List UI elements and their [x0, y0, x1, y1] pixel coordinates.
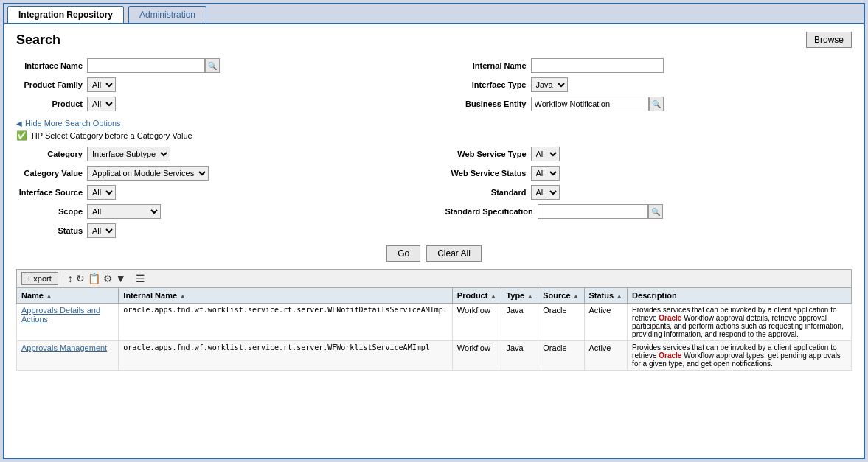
status-select[interactable]: All [87, 223, 116, 238]
interface-type-select[interactable]: Java [531, 77, 568, 92]
toolbar-columns-icon[interactable]: ☰ [136, 273, 145, 284]
business-entity-row: Business Entity 🔍 [445, 97, 853, 111]
row-name-link[interactable]: Approvals Details and Actions [21, 306, 100, 323]
category-select[interactable]: Interface Subtype [87, 147, 170, 161]
col-type[interactable]: Type ▲ [501, 288, 538, 304]
scope-row: Scope All [16, 204, 423, 219]
col-internal-name-label: Internal Name [123, 291, 177, 300]
col-description: Description [628, 288, 852, 304]
interface-name-row: Interface Name 🔍 [16, 58, 423, 73]
category-value-label: Category Value [16, 169, 83, 178]
go-button[interactable]: Go [386, 245, 420, 262]
tab-integration-repository[interactable]: Integration Repository [7, 6, 124, 23]
more-options-right: Web Service Type All Web Service Status … [445, 147, 853, 238]
row-name-link[interactable]: Approvals Management [21, 343, 107, 352]
standard-spec-input-wrapper: 🔍 [538, 204, 663, 219]
tip-icon: ✅ [16, 130, 27, 141]
export-button[interactable]: Export [21, 272, 58, 285]
row-status: Active [584, 341, 628, 371]
search-title: Search [16, 32, 60, 48]
more-options-left: Category Interface Subtype Category Valu… [16, 147, 423, 238]
scope-label: Scope [16, 207, 83, 216]
status-label: Status [16, 226, 83, 235]
web-service-type-select[interactable]: All [531, 147, 560, 161]
col-source-label: Source [543, 291, 570, 300]
clear-all-button[interactable]: Clear All [426, 245, 482, 262]
product-family-row: Product Family All [16, 77, 423, 92]
results-table: Name ▲ Internal Name ▲ Product ▲ Type ▲ [16, 287, 852, 371]
results-toolbar: Export ↕ ↻ 📋 ⚙ ▼ ☰ [16, 269, 852, 287]
browse-button[interactable]: Browse [806, 32, 852, 48]
row-product: Workflow [452, 304, 501, 341]
category-value-select[interactable]: Application Module Services [87, 166, 209, 181]
action-buttons: Go Clear All [16, 245, 852, 262]
standard-spec-input[interactable] [538, 204, 648, 219]
row-type: Java [501, 341, 538, 371]
col-source[interactable]: Source ▲ [538, 288, 584, 304]
form-right: Internal Name Interface Type Java Busine… [445, 58, 853, 111]
row-name-cell: Approvals Management [17, 341, 119, 371]
interface-source-label: Interface Source [16, 188, 83, 197]
row-description: Provides services that can be invoked by… [628, 341, 852, 371]
toolbar-copy-icon[interactable]: 📋 [88, 273, 100, 284]
business-entity-input[interactable] [531, 97, 649, 111]
product-label: Product [16, 99, 83, 108]
web-service-type-label: Web Service Type [445, 150, 527, 158]
category-row: Category Interface Subtype [16, 147, 423, 161]
tip-section: ✅ TIP Select Category before a Category … [16, 130, 852, 141]
interface-source-row: Interface Source All [16, 185, 423, 200]
form-left: Interface Name 🔍 Product Family All Prod… [16, 58, 423, 111]
interface-source-select[interactable]: All [87, 185, 116, 200]
toolbar-settings-dropdown-icon[interactable]: ▼ [116, 273, 126, 284]
web-service-type-row: Web Service Type All [445, 147, 853, 161]
col-source-sort-icon: ▲ [573, 293, 580, 300]
category-label: Category [16, 150, 83, 158]
col-name[interactable]: Name ▲ [17, 288, 119, 304]
internal-name-row: Internal Name [445, 58, 853, 73]
table-row: Approvals Managementoracle.apps.fnd.wf.w… [17, 341, 852, 371]
col-description-label: Description [632, 291, 677, 300]
business-entity-search-icon[interactable]: 🔍 [649, 97, 664, 111]
main-content: Search Browse Interface Name 🔍 Product F… [4, 24, 864, 458]
product-family-select[interactable]: All [87, 77, 116, 92]
table-row: Approvals Details and Actionsoracle.apps… [17, 304, 852, 341]
web-service-status-label: Web Service Status [445, 169, 527, 178]
business-entity-label: Business Entity [445, 99, 527, 108]
standard-spec-label: Standard Specification [445, 207, 533, 216]
col-internal-sort-icon: ▲ [179, 293, 186, 300]
row-internal-name: oracle.apps.fnd.wf.worklist.service.rt.s… [119, 304, 453, 341]
col-type-label: Type [506, 291, 524, 300]
web-service-status-select[interactable]: All [531, 166, 560, 181]
interface-name-input[interactable] [87, 58, 205, 73]
scope-select[interactable]: All [87, 204, 161, 219]
col-name-label: Name [21, 291, 44, 300]
search-header: Search Browse [16, 32, 852, 48]
col-product[interactable]: Product ▲ [452, 288, 501, 304]
internal-name-label: Internal Name [445, 61, 527, 70]
status-row: Status All [16, 223, 423, 238]
tip-text: TIP Select Category before a Category Va… [30, 131, 192, 140]
col-name-sort-icon: ▲ [46, 293, 52, 300]
tab-administration[interactable]: Administration [128, 6, 206, 23]
standard-spec-search-icon[interactable]: 🔍 [648, 204, 663, 219]
row-product: Workflow [452, 341, 501, 371]
col-product-sort-icon: ▲ [490, 293, 496, 300]
col-product-label: Product [457, 291, 488, 300]
col-internal-name[interactable]: Internal Name ▲ [119, 288, 453, 304]
col-type-sort-icon: ▲ [527, 293, 533, 300]
interface-name-search-icon[interactable]: 🔍 [205, 58, 220, 73]
hide-options-link[interactable]: Hide More Search Options [25, 119, 121, 127]
toolbar-refresh-icon[interactable]: ↻ [76, 273, 85, 284]
interface-type-label: Interface Type [445, 80, 527, 89]
business-entity-input-wrapper: 🔍 [531, 97, 664, 111]
standard-row: Standard All [445, 185, 853, 200]
more-options-form: Category Interface Subtype Category Valu… [16, 147, 852, 238]
row-source: Oracle [538, 304, 584, 341]
toolbar-expand-icon[interactable]: ↕ [68, 273, 73, 284]
internal-name-input[interactable] [531, 58, 664, 73]
product-select[interactable]: All [87, 97, 116, 111]
col-status[interactable]: Status ▲ [584, 288, 628, 304]
toolbar-settings-icon[interactable]: ⚙ [103, 273, 113, 284]
table-header-row: Name ▲ Internal Name ▲ Product ▲ Type ▲ [17, 288, 852, 304]
standard-select[interactable]: All [531, 185, 560, 200]
